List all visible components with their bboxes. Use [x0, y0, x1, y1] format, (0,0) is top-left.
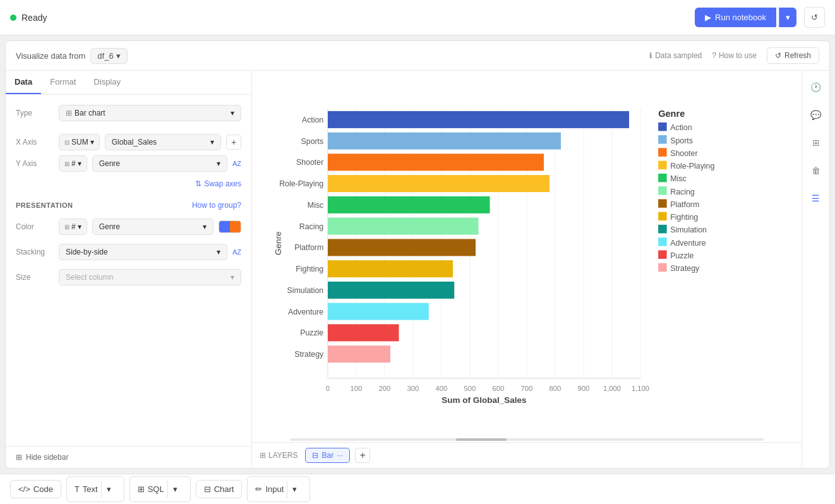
svg-text:Genre: Genre — [273, 231, 283, 255]
how-to-group-link[interactable]: How to group? — [192, 201, 241, 210]
top-refresh-button[interactable]: ↺ — [804, 7, 825, 28]
svg-text:Puzzle: Puzzle — [300, 328, 323, 337]
grid-icon[interactable]: ⊞ — [807, 134, 825, 152]
input-dropdown-arrow[interactable]: ▾ — [287, 481, 302, 498]
svg-text:500: 500 — [464, 385, 476, 392]
list-icon[interactable]: ☰ — [807, 189, 825, 207]
svg-text:800: 800 — [550, 385, 562, 392]
y-type-chevron: ▾ — [78, 159, 81, 168]
main-area: Visualize data from df_6 ▾ ℹ Data sample… — [0, 35, 835, 474]
text-button[interactable]: T Text ▾ — [66, 476, 124, 502]
text-dropdown-arrow[interactable]: ▾ — [101, 481, 116, 498]
tab-format[interactable]: Format — [41, 71, 85, 94]
scrollbar-track — [290, 438, 764, 441]
text-label: Text — [83, 484, 98, 494]
svg-text:300: 300 — [407, 385, 419, 392]
svg-text:Racing: Racing — [670, 188, 695, 196]
x-agg-select[interactable]: ⊟ SUM ▾ — [59, 134, 100, 150]
color-swatch[interactable] — [219, 220, 241, 233]
add-layer-button[interactable]: + — [355, 448, 370, 463]
input-button[interactable]: ✏ Input ▾ — [247, 476, 310, 502]
svg-text:700: 700 — [521, 385, 533, 392]
stacking-label: Stacking — [16, 248, 54, 256]
svg-text:Adventure: Adventure — [288, 308, 323, 316]
y-col-value: Genre — [99, 159, 120, 168]
svg-rect-50 — [658, 186, 667, 195]
x-col-chevron: ▾ — [210, 138, 214, 147]
clock-icon[interactable]: 🕐 — [807, 78, 825, 96]
how-to-use[interactable]: ? How to use — [712, 51, 757, 60]
svg-text:Action: Action — [670, 123, 692, 132]
size-select[interactable]: Select column ▾ — [59, 269, 241, 285]
chart-panel: Action Sports Shooter Role-Playing Misc — [252, 71, 802, 468]
swap-axes-button[interactable]: ⇅ Swap axes — [195, 179, 241, 188]
x-col-value: Global_Sales — [112, 138, 157, 147]
size-row: Size Select column ▾ — [16, 269, 241, 285]
type-label: Type — [16, 109, 54, 117]
size-placeholder: Select column — [66, 273, 113, 282]
svg-text:Shooter: Shooter — [670, 149, 697, 158]
comment-icon[interactable]: 💬 — [807, 106, 825, 124]
svg-text:Shooter: Shooter — [296, 158, 323, 167]
x-axis-row: X Axis ⊟ SUM ▾ Global_Sales ▾ + — [16, 134, 241, 150]
color-col-select[interactable]: Genre ▾ — [92, 219, 213, 235]
y-type-select[interactable]: ⊞ # ▾ — [59, 155, 87, 172]
type-select[interactable]: ⊞ Bar chart ▾ — [59, 105, 241, 121]
color-row: Color ⊞ # ▾ Genre ▾ — [16, 219, 241, 235]
x-axis-add-button[interactable]: + — [226, 135, 241, 150]
input-icon: ✏ — [255, 484, 262, 494]
y-col-chevron: ▾ — [217, 159, 220, 168]
y-axis-sort-button[interactable]: AZ — [232, 160, 241, 167]
layer-tab-dots: ··· — [337, 451, 343, 460]
svg-rect-58 — [658, 237, 667, 246]
y-col-select[interactable]: Genre ▾ — [92, 155, 227, 172]
bottom-bar: </> Code T Text ▾ ⊞ SQL ▾ ⊟ Chart ✏ Inpu… — [0, 474, 835, 504]
color-label: Color — [16, 222, 54, 231]
bar-simulation — [328, 282, 454, 299]
stacking-select[interactable]: Side-by-side ▾ — [59, 244, 227, 260]
bar-platform — [328, 239, 476, 256]
ready-indicator: Ready — [10, 13, 47, 23]
stacking-row: Stacking Side-by-side ▾ AZ — [16, 244, 241, 260]
size-label: Size — [16, 273, 54, 282]
viz-body: Data Format Display Type ⊞ Bar chart ▾ — [6, 71, 829, 468]
run-notebook-button[interactable]: ▶ Run notebook — [695, 8, 776, 27]
sql-dropdown-arrow[interactable]: ▾ — [167, 481, 183, 498]
svg-text:900: 900 — [578, 385, 590, 392]
svg-text:Misc: Misc — [308, 201, 323, 210]
refresh-button[interactable]: ↺ Refresh — [767, 47, 819, 64]
stacking-sort-button[interactable]: AZ — [232, 248, 241, 256]
x-agg-chevron: ▾ — [90, 138, 94, 147]
viz-header: Visualize data from df_6 ▾ ℹ Data sample… — [6, 41, 829, 71]
x-col-select[interactable]: Global_Sales ▾ — [105, 134, 221, 150]
svg-text:Platform: Platform — [670, 200, 699, 209]
tab-data[interactable]: Data — [6, 71, 41, 94]
svg-rect-56 — [658, 225, 667, 234]
layer-bar-tab[interactable]: ⊟ Bar ··· — [305, 448, 350, 463]
svg-rect-42 — [658, 135, 667, 144]
refresh-icon: ↺ — [811, 13, 818, 22]
hide-sidebar-button[interactable]: ⊞ Hide sidebar — [6, 446, 251, 468]
scrollbar-thumb[interactable] — [456, 438, 507, 441]
color-type-select[interactable]: ⊞ # ▾ — [59, 219, 87, 235]
tab-display[interactable]: Display — [85, 71, 129, 94]
layers-bar: ⊞ LAYERS ⊟ Bar ··· + — [252, 442, 802, 468]
data-sampled[interactable]: ℹ Data sampled — [649, 51, 702, 60]
svg-text:Role-Playing: Role-Playing — [670, 162, 714, 171]
y-axis-label: Y Axis — [16, 159, 54, 168]
sidebar-panel: Data Format Display Type ⊞ Bar chart ▾ — [6, 71, 252, 468]
svg-text:Adventure: Adventure — [670, 239, 706, 248]
swap-label: Swap axes — [204, 179, 241, 188]
trash-icon[interactable]: 🗑 — [807, 162, 825, 179]
color-hash: # — [71, 222, 76, 231]
run-notebook-dropdown[interactable]: ▾ — [779, 8, 796, 27]
stacking-chevron: ▾ — [217, 248, 220, 256]
bar-fighting — [328, 260, 453, 277]
df-select[interactable]: df_6 ▾ — [90, 48, 127, 64]
sql-button[interactable]: ⊞ SQL ▾ — [129, 476, 191, 502]
type-chevron-icon: ▾ — [231, 109, 234, 117]
hide-sidebar-icon: ⊞ — [16, 453, 22, 462]
code-button[interactable]: </> Code — [10, 480, 61, 498]
svg-text:Fighting: Fighting — [296, 265, 323, 273]
chart-button[interactable]: ⊟ Chart — [196, 480, 243, 498]
